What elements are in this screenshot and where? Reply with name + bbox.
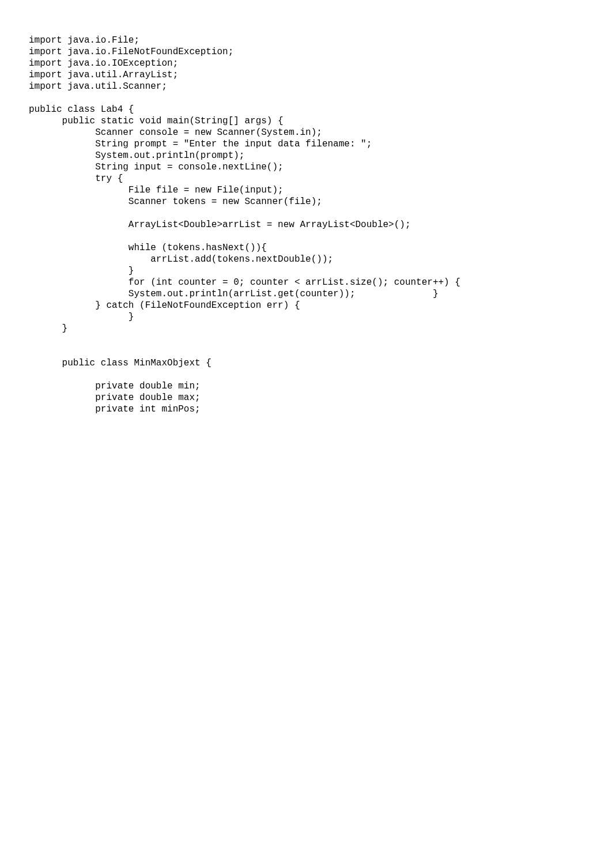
- java-source-code: import java.io.File; import java.io.File…: [0, 0, 612, 450]
